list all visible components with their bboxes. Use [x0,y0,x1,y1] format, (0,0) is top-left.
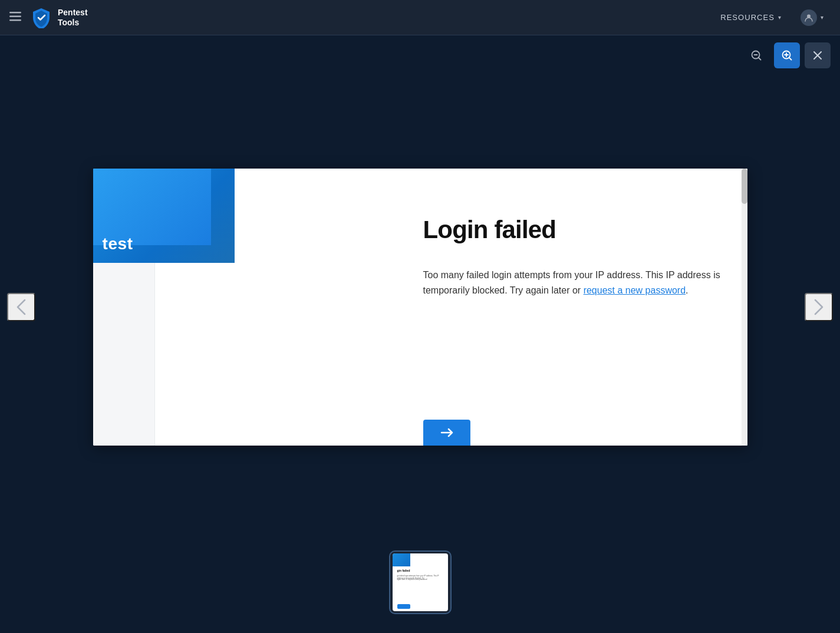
logo[interactable]: Pentest Tools [31,7,88,28]
hamburger-menu-icon[interactable] [9,11,21,24]
thumb-blue-bar [393,553,410,566]
login-failed-section: Login failed Too many failed login attem… [423,216,724,298]
screenshot-frame: test Login failed Too many failed login … [93,169,747,446]
scrollbar-thumb [742,169,747,204]
page-content: Login failed Too many failed login attem… [235,169,747,446]
thumb-title: gin failed [397,569,410,572]
chevron-down-icon: ▾ [778,14,782,21]
blue-button-partial [423,420,470,446]
login-failed-text-after: . [686,285,688,295]
svg-line-10 [789,58,792,60]
svg-rect-2 [9,19,21,21]
request-new-password-link[interactable]: request a new password [584,285,686,295]
next-screenshot-button[interactable] [805,293,833,321]
page-header-blue-inner [93,169,211,245]
page-header-blue: test [93,169,235,263]
user-chevron-icon: ▾ [821,14,823,21]
toolbar [0,35,840,75]
prev-screenshot-button[interactable] [7,293,35,321]
login-failed-title: Login failed [423,216,724,244]
thumbnail-area: gin failed gin failed login attempts fro… [0,539,840,632]
thumb-text2: again later or request a new password [397,578,427,581]
thumb-button [397,604,410,609]
top-navigation: Pentest Tools RESOURCES ▾ ▾ [0,0,840,35]
scrollbar[interactable] [742,169,747,446]
main-content-area: test Login failed Too many failed login … [0,75,840,539]
page-title: test [103,235,133,253]
close-button[interactable] [805,42,831,68]
thumbnail-selected[interactable]: gin failed gin failed login attempts fro… [389,550,452,614]
svg-rect-1 [9,16,21,18]
resources-label: RESOURCES [720,13,775,22]
resources-button[interactable]: RESOURCES ▾ [713,8,789,27]
thumbnail-preview: gin failed gin failed login attempts fro… [393,553,448,611]
user-menu[interactable]: ▾ [793,5,831,31]
zoom-in-button[interactable] [774,42,800,68]
page-sidebar [93,263,155,446]
user-avatar-icon [801,9,817,26]
svg-line-6 [759,58,761,60]
logo-text: Pentest Tools [58,8,88,28]
zoom-out-button[interactable] [743,42,769,68]
svg-rect-0 [9,12,21,14]
login-failed-message: Too many failed login attempts from your… [423,268,724,298]
